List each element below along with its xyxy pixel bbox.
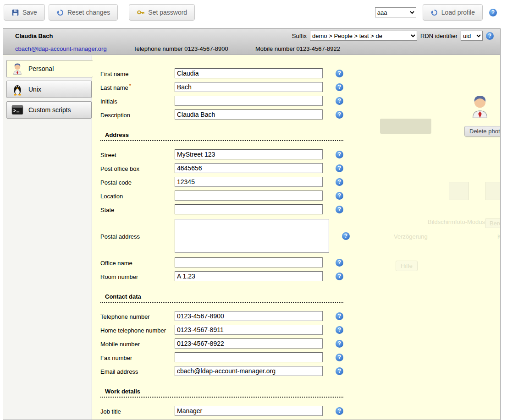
first-name-input[interactable] xyxy=(175,68,323,78)
user-photo xyxy=(470,94,490,119)
form-row: Job title ? xyxy=(92,404,500,418)
form-row: Street ? xyxy=(92,147,500,161)
help-icon[interactable]: ? xyxy=(336,340,343,348)
post-office-box-input[interactable] xyxy=(175,163,323,173)
form-row: Mobile number ? xyxy=(92,337,500,350)
help-icon[interactable]: ? xyxy=(336,407,343,415)
help-icon[interactable]: ? xyxy=(336,111,343,119)
personal-form: First name ? Last name* ? Initials ? Des… xyxy=(92,55,500,418)
location-input[interactable] xyxy=(175,191,323,201)
telephone-number-input[interactable] xyxy=(175,311,323,321)
help-icon[interactable]: ? xyxy=(336,178,343,186)
field-label: Email address xyxy=(100,368,138,375)
last-name-input[interactable] xyxy=(175,82,323,92)
set-password-label: Set password xyxy=(148,9,187,16)
field-label: Postal address xyxy=(100,233,140,240)
person-icon xyxy=(11,62,24,75)
state-input[interactable] xyxy=(175,204,323,214)
help-icon[interactable]: ? xyxy=(336,97,343,105)
form-row: Room number ? xyxy=(92,269,500,283)
reset-changes-label: Reset changes xyxy=(67,9,110,16)
rdn-label: RDN identifier xyxy=(420,33,457,39)
load-profile-label: Load profile xyxy=(441,9,475,16)
delete-photo-button[interactable]: Delete photo xyxy=(464,126,500,136)
field-label: Post office box xyxy=(100,165,139,172)
header-telephone: Telephone number 0123-4567-8900 xyxy=(133,45,255,52)
email-link[interactable]: cbach@ldap-account-manager.org xyxy=(15,45,133,52)
tux-icon xyxy=(11,83,24,96)
form-row: Post office box ? xyxy=(92,161,500,175)
set-password-button[interactable]: Set password xyxy=(129,4,195,21)
section-header: Contact data xyxy=(100,291,343,303)
field-label: Postal code xyxy=(100,179,132,186)
help-icon[interactable]: ? xyxy=(336,151,343,158)
required-marker: * xyxy=(129,83,131,88)
reset-icon xyxy=(56,9,64,16)
tab-personal[interactable]: Personal xyxy=(6,60,93,77)
field-label: Street xyxy=(100,152,116,158)
help-icon[interactable]: ? xyxy=(336,367,343,375)
tab-custom-scripts[interactable]: Custom scripts xyxy=(6,101,92,119)
form-row: Fax number ? xyxy=(92,350,500,364)
help-icon[interactable]: ? xyxy=(336,70,343,77)
suffix-select[interactable]: demo > People > test > de xyxy=(310,31,417,41)
form-row: Last name* ? xyxy=(92,80,500,94)
mobile-number-input[interactable] xyxy=(175,338,323,349)
tab-custom-scripts-label: Custom scripts xyxy=(28,106,71,114)
email-address-input[interactable] xyxy=(175,366,323,376)
field-label: State xyxy=(100,207,114,213)
tab-unix[interactable]: Unix xyxy=(6,81,92,98)
field-label: First name xyxy=(100,71,128,77)
help-icon[interactable]: ? xyxy=(336,192,343,200)
tab-unix-label: Unix xyxy=(28,86,41,93)
fax-number-input[interactable] xyxy=(175,352,323,362)
description-input[interactable] xyxy=(175,109,323,120)
field-label: Home telephone number xyxy=(100,327,166,334)
header-help-icon[interactable]: ? xyxy=(486,32,494,40)
room-number-input[interactable] xyxy=(175,271,323,281)
postal-code-input[interactable] xyxy=(175,177,323,187)
load-profile-button[interactable]: Load profile xyxy=(423,4,483,21)
field-label: Room number xyxy=(100,273,138,280)
terminal-icon xyxy=(11,104,24,116)
tab-personal-label: Personal xyxy=(28,65,54,72)
help-icon[interactable]: ? xyxy=(336,354,343,361)
street-input[interactable] xyxy=(175,149,323,159)
form-row: Initials ? xyxy=(92,94,500,108)
section-header: Address xyxy=(100,130,343,141)
form-row: First name ? xyxy=(92,66,500,80)
personal-tab-content: Neuer Bildschirmfoto Speichern Öffnen In… xyxy=(92,55,500,420)
home-telephone-number-input[interactable] xyxy=(175,325,323,335)
profile-select[interactable]: aaa xyxy=(375,7,416,17)
reset-changes-button[interactable]: Reset changes xyxy=(49,4,118,21)
field-label: Telephone number xyxy=(100,313,150,320)
help-icon[interactable]: ? xyxy=(336,164,343,172)
account-edit-panel: Claudia Bach Suffix demo > People > test… xyxy=(3,28,501,420)
top-toolbar: Save Reset changes Set password aaa Load… xyxy=(0,0,507,25)
toolbar-help-icon[interactable]: ? xyxy=(489,9,497,16)
field-label: Description xyxy=(100,112,130,119)
help-icon[interactable]: ? xyxy=(336,326,343,334)
help-icon[interactable]: ? xyxy=(336,83,343,91)
help-icon[interactable]: ? xyxy=(336,206,343,213)
help-icon[interactable]: ? xyxy=(336,312,343,320)
help-icon[interactable]: ? xyxy=(342,232,350,240)
postal-address-input[interactable] xyxy=(175,219,329,253)
save-button[interactable]: Save xyxy=(4,4,45,21)
form-row: State ? xyxy=(92,202,500,216)
form-row: Postal code ? xyxy=(92,175,500,189)
job-title-input[interactable] xyxy=(175,406,323,416)
form-row: Home telephone number ? xyxy=(92,323,500,337)
field-label: Job title xyxy=(100,408,121,415)
office-name-input[interactable] xyxy=(175,257,323,267)
help-icon[interactable]: ? xyxy=(336,273,343,280)
field-label: Mobile number xyxy=(100,341,140,348)
rdn-select[interactable]: uid xyxy=(461,31,483,41)
field-label: Initials xyxy=(100,98,117,105)
form-row: Location ? xyxy=(92,189,500,202)
suffix-label: Suffix xyxy=(292,33,307,39)
initials-input[interactable] xyxy=(175,96,323,106)
help-icon[interactable]: ? xyxy=(336,259,343,267)
form-row: Postal address ? xyxy=(92,216,500,256)
save-icon xyxy=(11,9,19,16)
